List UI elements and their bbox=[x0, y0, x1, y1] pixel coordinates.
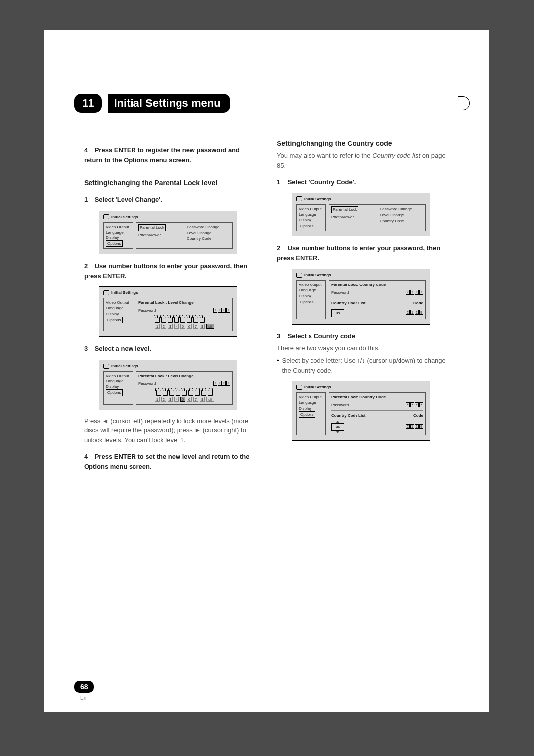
level-number-row: 1 2 3 4 5 6 7 8 off bbox=[138, 324, 230, 330]
chapter-header: 11 Initial Settings menu bbox=[74, 94, 470, 113]
password-label: Password bbox=[331, 290, 349, 296]
lock-open-icon bbox=[182, 390, 187, 396]
panel-title: Parental Lock : Level Change bbox=[138, 300, 230, 306]
country-value: us bbox=[331, 309, 344, 317]
ui-pane: Parental Lock : Level Change Password **… bbox=[136, 298, 233, 331]
cursor-up-down-icon: ↑/↓ bbox=[357, 357, 365, 364]
lock-icon-row bbox=[138, 390, 230, 396]
step-number: 3 bbox=[84, 345, 88, 352]
sidebar-item: Display bbox=[106, 311, 131, 317]
ui-sidebar: Video Output Language Display Options bbox=[296, 204, 326, 232]
pane-item-selected: Parental Lock bbox=[331, 206, 358, 213]
sidebar-item: Video Output bbox=[299, 282, 323, 287]
ui-pane: Parental Lock : Level Change Password **… bbox=[136, 371, 233, 405]
lock-open-icon bbox=[156, 390, 161, 396]
submenu-item: Country Code bbox=[187, 236, 230, 242]
ui-sidebar: Video Output Language Display Options bbox=[296, 280, 326, 319]
sidebar-item-selected: Options bbox=[299, 223, 315, 229]
lock-open-icon bbox=[187, 317, 192, 323]
password-label: Password bbox=[138, 381, 156, 387]
sidebar-item: Video Output bbox=[106, 300, 131, 305]
ui-sidebar: Video Output Language Display Options bbox=[103, 222, 133, 249]
panel-title: Parental Lock: Country Code bbox=[331, 282, 423, 288]
lock-open-icon bbox=[193, 317, 198, 323]
lock-closed-icon bbox=[188, 390, 193, 396]
manual-page: 11 Initial Settings menu 4 Press ENTER t… bbox=[44, 30, 490, 712]
sidebar-item: Video Output bbox=[106, 373, 131, 378]
step-number: 1 bbox=[84, 196, 88, 203]
chapter-rule bbox=[227, 103, 458, 104]
pane-item-selected: Parental Lock bbox=[138, 224, 166, 231]
step-number: 1 bbox=[277, 178, 280, 186]
step-number: 2 bbox=[277, 244, 280, 252]
ui-screenshot-country-select: Initial Settings Video Output Language D… bbox=[292, 381, 430, 441]
ui-header: Initial Settings bbox=[296, 196, 426, 202]
submenu-item: Password Change bbox=[380, 206, 423, 212]
lock-closed-icon bbox=[208, 390, 213, 396]
lock-icon-row bbox=[138, 317, 230, 323]
sidebar-item: Display bbox=[106, 384, 131, 389]
right-column: Setting/changing the Country code You ma… bbox=[277, 139, 450, 471]
ui-pane: Parental Lock PhotoViewer Password Chang… bbox=[329, 204, 426, 232]
ui-header: Initial Settings bbox=[103, 363, 233, 369]
lock-open-icon bbox=[176, 390, 180, 396]
code-boxes: 2119 bbox=[405, 424, 423, 430]
ui-screenshot-country-password: Initial Settings Video Output Language D… bbox=[292, 269, 430, 325]
submenu-item: Level Change bbox=[380, 212, 423, 218]
panel-title: Parental Lock: Country Code bbox=[331, 394, 423, 400]
sidebar-item: Language bbox=[299, 212, 323, 217]
sidebar-item: Video Output bbox=[299, 206, 323, 212]
step-number: 3 bbox=[277, 332, 280, 340]
chapter-endcap bbox=[458, 96, 470, 110]
step-title: Press ENTER to register the new password… bbox=[84, 146, 240, 164]
step-title: Use number buttons to enter your passwor… bbox=[84, 262, 247, 280]
chapter-number: 11 bbox=[74, 94, 102, 113]
ui-screenshot-level-password: Initial Settings Video Output Language D… bbox=[99, 286, 237, 337]
country-value: us bbox=[331, 423, 344, 431]
password-boxes: **** bbox=[213, 381, 230, 387]
lock-open-icon bbox=[163, 390, 168, 396]
page-language: En bbox=[80, 695, 86, 701]
sidebar-item-selected: Options bbox=[106, 317, 123, 323]
step-title: Select a Country code. bbox=[288, 332, 357, 340]
ui-screenshot-country-menu: Initial Settings Video Output Language D… bbox=[292, 193, 430, 237]
sidebar-item: Display bbox=[299, 217, 323, 223]
submenu-item: Country Code bbox=[380, 218, 423, 224]
ui-sidebar: Video Output Language Display Options bbox=[103, 298, 133, 331]
cursor-explanation: Press ◄ (cursor left) repeatedly to lock… bbox=[84, 416, 257, 445]
ui-screenshot-level-menu: Initial Settings Video Output Language D… bbox=[99, 211, 237, 255]
step-1-level: 1 Select 'Level Change'. bbox=[84, 195, 257, 205]
section-country-code: Setting/changing the Country code bbox=[277, 139, 450, 149]
step-3-select-country: 3 Select a Country code. bbox=[277, 331, 450, 341]
cursor-left-icon: ◄ bbox=[102, 416, 109, 426]
two-ways-text: There are two ways you can do this. bbox=[277, 343, 450, 353]
step-title: Select 'Level Change'. bbox=[95, 196, 162, 203]
page-number: 68 bbox=[74, 681, 94, 693]
ui-pane: Parental Lock: Country Code Password ***… bbox=[329, 280, 426, 319]
step-3-select-level: 3 Select a new level. bbox=[84, 344, 257, 354]
bullet-dot-icon: • bbox=[277, 356, 279, 375]
country-list-label: Country Code List bbox=[331, 413, 365, 419]
sidebar-item: Language bbox=[106, 378, 131, 384]
ui-header: Initial Settings bbox=[296, 272, 426, 278]
section-parental-level: Setting/changing the Parental Lock level bbox=[84, 178, 257, 188]
bullet-select-by-letter: • Select by code letter: Use ↑/↓ (cursor… bbox=[277, 356, 450, 375]
level-number-row: 1 2 3 4 5 6 7 8 off bbox=[138, 397, 230, 403]
sidebar-item: Video Output bbox=[299, 394, 323, 400]
step-4-register: 4 Press ENTER to register the new passwo… bbox=[84, 145, 257, 165]
sidebar-item-selected: Options bbox=[106, 240, 123, 247]
step-2-password: 2 Use number buttons to enter your passw… bbox=[84, 261, 257, 281]
sidebar-item-selected: Options bbox=[299, 299, 315, 305]
triangle-down-icon bbox=[336, 431, 340, 433]
sidebar-item: Display bbox=[299, 406, 323, 411]
pane-item: PhotoViewer bbox=[331, 214, 375, 220]
lock-open-icon bbox=[169, 390, 174, 396]
code-label: Code bbox=[413, 413, 423, 419]
submenu-item: Password Change bbox=[187, 224, 230, 230]
password-boxes: **** bbox=[405, 402, 423, 408]
ui-sidebar: Video Output Language Display Options bbox=[296, 392, 326, 435]
password-label: Password bbox=[138, 308, 156, 314]
sidebar-item: Display bbox=[106, 235, 131, 240]
ui-header: Initial Settings bbox=[103, 214, 233, 220]
lock-open-icon bbox=[155, 317, 160, 323]
